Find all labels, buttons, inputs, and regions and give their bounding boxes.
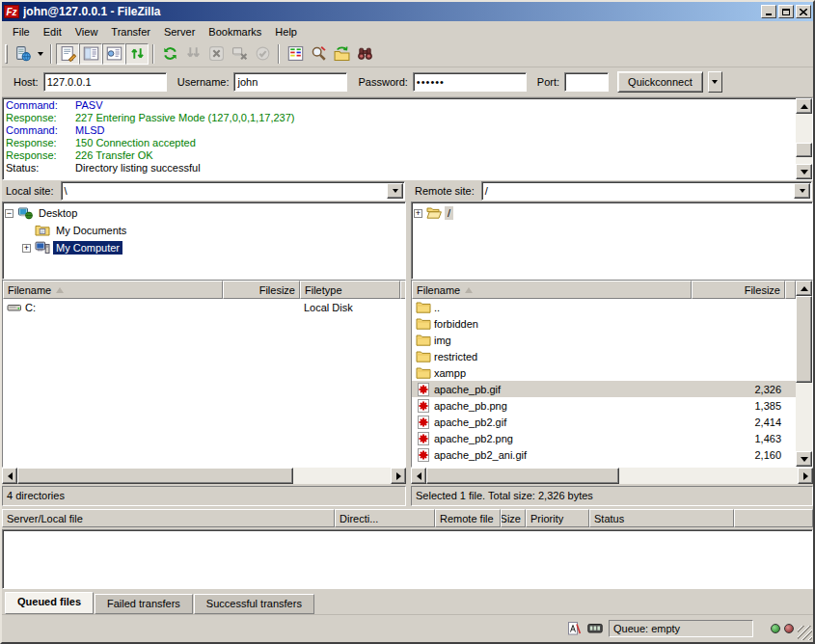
scroll-thumb[interactable] [796,143,812,157]
toggle-local-tree-button[interactable] [79,43,102,65]
column-header-filesize[interactable]: Filesize [692,281,785,299]
log-line-label: Command: [6,124,75,137]
scroll-left-button[interactable] [411,468,426,484]
datatype-indicator-icon[interactable] [566,621,584,636]
remote-file-row[interactable]: .. [412,299,796,315]
site-manager-dropdown-button[interactable] [34,43,46,65]
column-header-l[interactable]: L [400,281,405,299]
queue-column-header[interactable]: Status [589,509,734,527]
refresh-button[interactable] [158,43,181,65]
tab-queued-files[interactable]: Queued files [5,592,94,614]
local-file-row[interactable]: C:Local Disk [3,299,405,315]
toggle-transfer-queue-button[interactable] [125,43,149,65]
image-file-icon [416,398,431,414]
port-input[interactable] [564,72,609,92]
local-site-combo[interactable]: \ [61,181,405,201]
menu-file[interactable]: File [6,24,37,40]
quickconnect-dropdown-button[interactable] [708,71,722,93]
queue-column-header[interactable]: Server/Local file [2,509,335,527]
username-input[interactable] [233,72,347,92]
tree-expander-minus[interactable]: − [5,209,14,218]
scroll-track[interactable] [426,468,798,484]
cancel-operation-button[interactable] [204,43,228,65]
remote-file-row[interactable]: img [412,332,796,348]
scroll-track[interactable] [17,468,391,484]
toggle-message-log-button[interactable] [56,43,79,65]
menu-help[interactable]: Help [268,24,304,40]
sort-ascending-icon [56,283,64,293]
scroll-thumb[interactable] [426,468,619,484]
scroll-right-button[interactable] [391,468,406,484]
scroll-track[interactable] [796,114,812,164]
remote-file-row[interactable]: forbidden [412,315,796,332]
menu-view[interactable]: View [68,24,105,40]
queue-column-header[interactable]: Size [501,509,526,527]
scroll-up-button[interactable] [796,281,812,296]
disconnect-button[interactable] [228,43,251,65]
menu-edit[interactable]: Edit [37,24,68,40]
tree-expander-plus[interactable]: + [414,209,422,218]
local-horizontal-scrollbar[interactable] [2,468,406,484]
directory-comparison-button[interactable] [284,43,307,65]
quickconnect-button[interactable]: Quickconnect [617,71,703,93]
minimize-button[interactable] [761,5,776,18]
scroll-thumb[interactable] [17,468,293,484]
queue-column-header[interactable]: Priority [526,509,589,527]
queue-column-header[interactable]: Directi... [335,509,435,527]
tree-item[interactable]: My Documents [5,222,405,239]
filter-button[interactable] [307,43,330,65]
remote-pane: Remote site: / +/ FilenameFilesize ..for… [411,180,813,506]
scroll-down-button[interactable] [796,164,812,179]
remote-file-row[interactable]: apache_pb2.png1,463 [412,430,796,446]
scroll-track[interactable] [796,296,812,451]
menu-server[interactable]: Server [157,24,202,40]
tree-item[interactable]: +/ [414,204,812,222]
column-header-filename[interactable]: Filename [3,281,223,299]
remote-file-row[interactable]: xampp [412,364,796,381]
tree-item[interactable]: +My Computer [5,239,405,256]
arrow-left-icon [4,472,13,480]
tree-item[interactable]: −Desktop [5,204,405,222]
maximize-icon [782,9,790,15]
scroll-up-button[interactable] [796,98,812,114]
synchronized-browsing-button[interactable] [330,43,353,65]
remote-vertical-scrollbar[interactable] [796,281,812,467]
scroll-down-button[interactable] [796,451,812,467]
column-header-filesize[interactable]: Filesize [223,281,300,299]
scroll-left-button[interactable] [2,468,17,484]
file-search-button[interactable] [353,43,376,65]
remote-site-dropdown-button[interactable] [794,183,810,199]
remote-horizontal-scrollbar[interactable] [411,468,813,484]
tab-successful-transfers[interactable]: Successful transfers [194,594,314,614]
close-button[interactable] [796,5,811,18]
scroll-thumb[interactable] [796,296,812,383]
resize-grip[interactable] [798,626,812,640]
site-manager-button[interactable] [11,43,34,65]
column-header-filetype[interactable]: Filetype [300,281,400,299]
local-site-dropdown-button[interactable] [387,183,403,199]
host-input[interactable] [43,72,167,92]
maximize-button[interactable] [778,5,794,18]
remote-file-row[interactable]: apache_pb2.gif2,414 [412,414,796,430]
remote-site-combo[interactable]: / [481,181,812,201]
log-vertical-scrollbar[interactable] [796,98,812,179]
tab-failed-transfers[interactable]: Failed transfers [95,594,193,614]
process-queue-button[interactable] [181,43,204,65]
column-header-label: Filesize [745,284,780,296]
file-name: apache_pb.png [434,400,507,412]
reconnect-button[interactable] [251,43,274,65]
scroll-right-button[interactable] [798,468,813,484]
remote-file-row[interactable]: apache_pb.gif2,326 [412,381,796,397]
password-input[interactable] [413,72,527,92]
queue-column-header[interactable]: Remote file [435,509,501,527]
menu-transfer[interactable]: Transfer [104,24,157,40]
toggle-remote-tree-button[interactable] [102,43,125,65]
log-line: Response:150 Connection accepted [6,137,796,149]
remote-file-row[interactable]: apache_pb.png1,385 [412,397,796,414]
remote-file-row[interactable]: restricted [412,348,796,364]
tree-expander-plus[interactable]: + [22,244,31,253]
menu-bookmarks[interactable]: Bookmarks [202,24,268,40]
remote-file-row[interactable]: apache_pb2_ani.gif2,160 [412,446,796,463]
column-header-filename[interactable]: Filename [412,281,692,299]
encryption-indicator-icon[interactable] [587,621,605,636]
